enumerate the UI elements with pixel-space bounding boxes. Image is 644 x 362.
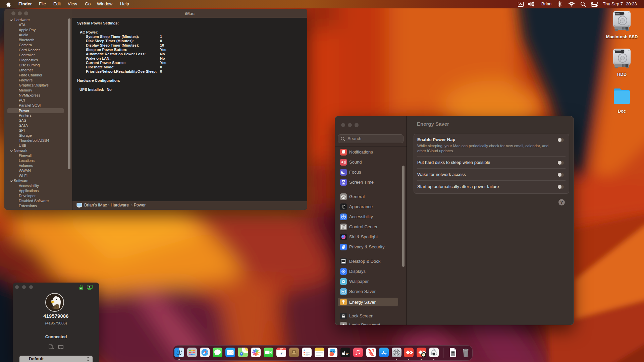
svg-text:7: 7 (280, 351, 282, 356)
svg-text:tv: tv (346, 352, 348, 355)
svg-text:SEP: SEP (279, 348, 282, 350)
